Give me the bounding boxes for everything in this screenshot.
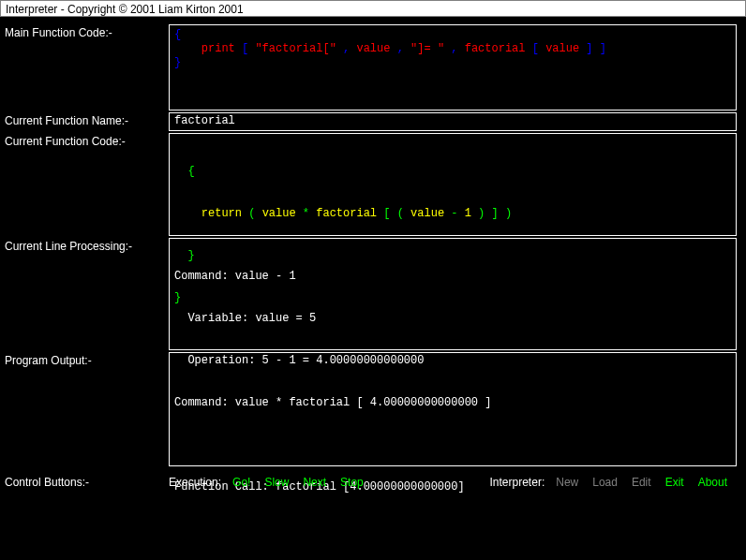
interpreter-label: Interpreter:	[490, 476, 545, 489]
func-code-row: Current Function Code:- { return ( value…	[5, 133, 741, 236]
code-line: print [ "factorial[" , value , "]= " , f…	[174, 42, 731, 56]
func-name-box: factorial	[169, 112, 737, 131]
control-buttons-label: Control Buttons:-	[5, 476, 169, 489]
output-label: Program Output:-	[5, 352, 169, 466]
go-button[interactable]: Go!	[232, 476, 250, 489]
main-func-row: Main Function Code:- { print [ "factoria…	[5, 24, 741, 111]
code-line: {	[174, 28, 731, 42]
about-button[interactable]: About	[698, 476, 727, 489]
title-text: Interpreter - Copyright © 2001 Liam Kirt…	[6, 3, 244, 16]
interpreter-group: Interpreter: New Load Edit Exit About	[490, 476, 741, 489]
new-button[interactable]: New	[556, 476, 578, 489]
func-name-row: Current Function Name:- factorial	[5, 112, 741, 131]
main-func-code-box: { print [ "factorial[" , value , "]= " ,…	[169, 24, 737, 111]
proc-line: Command: value - 1	[174, 270, 731, 284]
main-func-label: Main Function Code:-	[5, 24, 169, 111]
load-button[interactable]: Load	[592, 476, 618, 489]
exit-button[interactable]: Exit	[665, 476, 684, 489]
func-code-box: { return ( value * factorial [ ( value -…	[169, 133, 737, 236]
func-code-label: Current Function Code:-	[5, 133, 169, 236]
proc-line: Variable: value = 5	[174, 312, 731, 326]
stop-button[interactable]: Stop	[340, 476, 364, 489]
execution-label: Execution:	[169, 476, 221, 489]
output-row: Program Output:-	[5, 352, 741, 466]
code-line: }	[174, 56, 731, 70]
func-name-label: Current Function Name:-	[5, 112, 169, 131]
code-line: {	[174, 165, 731, 179]
slow-button[interactable]: Slow	[264, 476, 289, 489]
title-bar: Interpreter - Copyright © 2001 Liam Kirt…	[0, 0, 746, 17]
func-name-value: factorial	[174, 114, 235, 127]
execution-group: Execution: Go! Slow Next Stop	[169, 476, 378, 489]
main-area: Main Function Code:- { print [ "factoria…	[0, 17, 746, 466]
line-proc-box: Command: value - 1 Variable: value = 5 O…	[169, 238, 737, 350]
line-proc-label: Current Line Processing:-	[5, 238, 169, 350]
line-proc-row: Current Line Processing:- Command: value…	[5, 238, 741, 350]
output-box	[169, 352, 737, 466]
next-button[interactable]: Next	[303, 476, 326, 489]
code-line: return ( value * factorial [ ( value - 1…	[174, 207, 731, 221]
edit-button[interactable]: Edit	[632, 476, 651, 489]
